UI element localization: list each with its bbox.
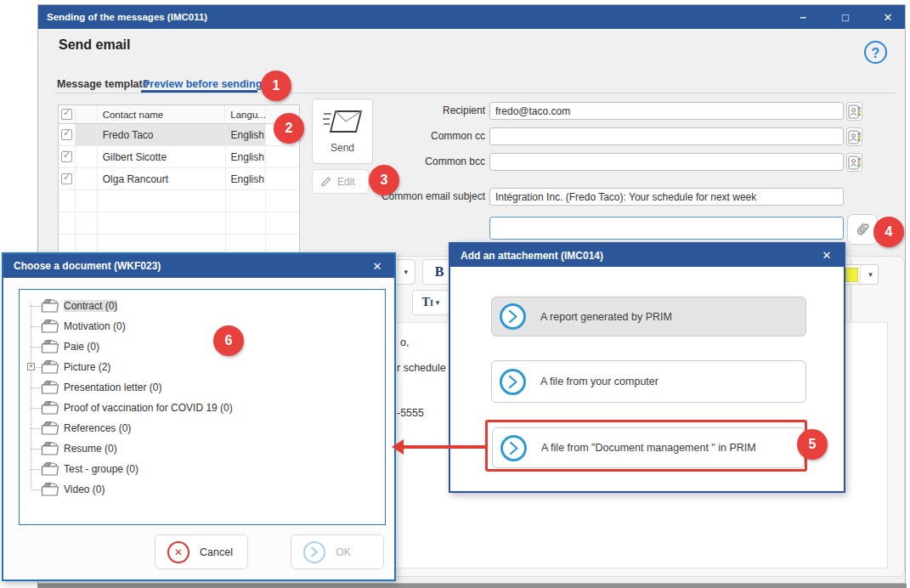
cancel-label: Cancel: [200, 546, 233, 558]
dialog-titlebar: Add an attachement (IMC014) ✕: [450, 244, 844, 267]
folder-label: Paie (0): [64, 341, 99, 353]
window-controls: − □ ✕: [793, 11, 898, 24]
callout-3: 3: [369, 165, 399, 195]
contacts-table: Contact name Langu... Fredo Taco English…: [58, 105, 300, 256]
callout-1: 1: [261, 71, 291, 101]
folder-label: Video (0): [64, 483, 105, 495]
cancel-button[interactable]: ✕ Cancel: [155, 534, 248, 569]
subject-input[interactable]: [489, 188, 844, 206]
choose-document-dialog: Choose a document (WKF023) ✕ Contract (0…: [2, 252, 396, 581]
callout-2: 2: [274, 113, 304, 144]
tab-separator: [54, 93, 896, 93]
ok-label: OK: [336, 546, 351, 558]
folder-label: References (0): [64, 422, 131, 434]
folder-label: Presentation letter (0): [64, 382, 161, 393]
callout-5: 5: [797, 429, 828, 460]
header-contact-name[interactable]: Contact name: [98, 105, 226, 123]
row-checkbox[interactable]: [61, 129, 72, 140]
highlight-swatch: [844, 265, 861, 284]
folder-label: Proof of vaccination for COVID 19 (0): [64, 402, 233, 414]
folder-icon: [41, 319, 59, 336]
window-title: Sending of the messages (IMC011): [47, 12, 207, 22]
table-row-empty: [59, 212, 299, 235]
option-report-generated[interactable]: A report generated by PRIM: [491, 297, 806, 336]
send-label: Send: [313, 142, 372, 154]
bold-icon: B: [435, 264, 444, 280]
folder-icon: [41, 421, 59, 438]
body-text-fragment: -5555: [397, 407, 424, 419]
cc-input[interactable]: [489, 127, 844, 145]
address-book-icon: [848, 155, 861, 170]
folder-label: Contract (0): [64, 300, 117, 312]
chevron-down-icon[interactable]: ▾: [863, 265, 878, 284]
row-checkbox[interactable]: [61, 151, 72, 162]
annotation-arrow-line: [403, 445, 488, 449]
contact-name: Fredo Taco: [98, 124, 226, 145]
tree-connector-line: [31, 303, 31, 488]
chevron-right-icon: [500, 369, 526, 395]
contact-language: English: [226, 168, 267, 189]
contact-name: Olga Rancourt: [98, 168, 226, 189]
folder-icon: [41, 339, 59, 356]
folder-icon: [41, 482, 59, 499]
table-row[interactable]: Gilbert Sicotte English: [59, 146, 299, 168]
chevron-right-icon: [500, 303, 526, 330]
table-row[interactable]: Olga Rancourt English: [59, 168, 299, 190]
bcc-label: Common bcc: [341, 155, 485, 167]
highlight-color-button[interactable]: ▾: [843, 264, 879, 285]
close-icon[interactable]: ✕: [818, 249, 835, 262]
address-book-icon: [848, 130, 861, 144]
paperclip-icon: [854, 221, 871, 238]
dialog-title: Choose a document (WKF023): [14, 260, 161, 272]
recipient-addressbook-button[interactable]: [846, 102, 862, 121]
maximize-icon[interactable]: □: [835, 11, 856, 24]
row-checkbox[interactable]: [61, 173, 72, 184]
folder-label: Motivation (0): [64, 320, 126, 332]
pencil-icon: [320, 174, 332, 189]
document-folder-tree: Contract (0) Motivation (0) Paie (0) Pic…: [19, 289, 386, 525]
recipient-input[interactable]: [489, 102, 844, 120]
recipient-label: Recipient: [341, 105, 485, 116]
bcc-addressbook-button[interactable]: [846, 153, 862, 172]
minimize-icon[interactable]: −: [793, 11, 813, 24]
highlight-rectangle: [485, 420, 807, 472]
ok-chevron-icon: [303, 541, 325, 563]
tab-message-template[interactable]: Message template: [57, 78, 149, 90]
option-label: A report generated by PRIM: [540, 311, 672, 323]
cancel-x-icon: ✕: [167, 541, 189, 563]
table-row-empty: [59, 190, 299, 212]
chevron-down-icon: ▾: [436, 298, 440, 307]
folder-label: Test - groupe (0): [64, 463, 138, 475]
font-size-icon: TI: [422, 296, 433, 309]
folder-label: Resume (0): [64, 443, 117, 455]
tab-preview-before-sending[interactable]: Preview before sending: [143, 78, 262, 90]
font-size-button[interactable]: TI ▾: [412, 290, 449, 315]
page-title: Send email: [59, 37, 130, 53]
select-all-cell: [59, 105, 76, 123]
table-row[interactable]: Fredo Taco English: [59, 124, 299, 146]
window-bottom-edge: [37, 584, 907, 588]
folder-icon: [41, 380, 59, 397]
annotation-arrow-head: [392, 439, 404, 455]
ok-button[interactable]: OK: [291, 534, 384, 569]
attachment-input[interactable]: [489, 217, 844, 240]
body-text-fragment: r schedule: [397, 362, 446, 374]
select-all-checkbox[interactable]: [61, 109, 72, 120]
option-label: A file from your computer: [540, 376, 658, 387]
expand-plus-icon[interactable]: +: [27, 363, 35, 370]
table-header-row: Contact name Langu...: [59, 105, 299, 124]
close-icon[interactable]: ✕: [878, 11, 898, 24]
header-spacer-cell: [76, 105, 98, 123]
folder-icon: [41, 441, 59, 458]
header-language[interactable]: Langu...: [225, 105, 266, 123]
bcc-input[interactable]: [489, 153, 844, 171]
option-file-from-computer[interactable]: A file from your computer: [491, 360, 806, 403]
contact-name: Gilbert Sicotte: [98, 146, 226, 167]
cc-addressbook-button[interactable]: [846, 127, 862, 146]
callout-6: 6: [213, 325, 244, 356]
folder-icon: [41, 461, 59, 478]
cc-label: Common cc: [341, 130, 485, 142]
close-icon[interactable]: ✕: [369, 260, 386, 273]
help-icon[interactable]: ?: [864, 41, 887, 64]
folder-icon: [41, 400, 59, 417]
